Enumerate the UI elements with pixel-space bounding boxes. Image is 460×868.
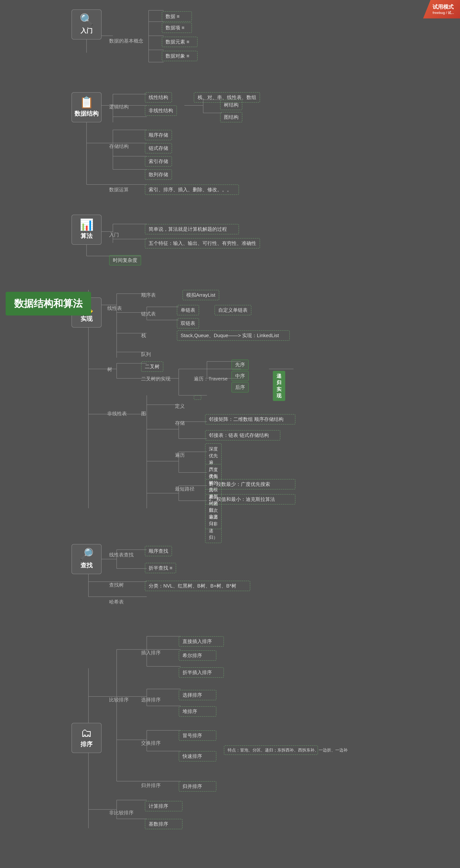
sort-merge-0: 归并排序 xyxy=(179,781,216,792)
ds-storage-label: 存储结构 xyxy=(109,143,129,150)
ds-storage-1: 链式存储 xyxy=(145,143,172,153)
intro-node-1: 数据项 ≡ xyxy=(162,23,192,33)
sort-merge-label: 归并排序 xyxy=(141,782,161,789)
impl-graph-storage-label: 存储 xyxy=(175,420,185,426)
impl-erchashu-impl-label: 二叉树的实现 xyxy=(141,376,170,382)
search-tree-label: 查找树 xyxy=(109,582,124,588)
search-linear-0: 顺序查找 xyxy=(145,546,172,556)
impl-graph-shortest-0: 1、段数最少：广度优先搜索 xyxy=(205,479,295,490)
impl-linear-label: 线性表 xyxy=(107,305,122,312)
impl-traverse-label: 遍历：Traverse xyxy=(194,376,228,382)
sort-noncompare-1: 基数排序 xyxy=(145,819,183,829)
intro-label: 入门 xyxy=(80,27,93,35)
intro-node-0: 数据 ≡ xyxy=(162,11,192,22)
algo-complexity: 时间复杂度 xyxy=(109,255,141,266)
impl-shunxu-detail: 模拟ArrayList xyxy=(183,290,219,300)
ds-storage-0: 顺序存储 xyxy=(145,130,172,140)
sort-icon: 🗂 xyxy=(81,727,92,739)
intro-node-3: 数据对象 ≡ xyxy=(162,51,198,61)
ds-linear-label: 线性结构 xyxy=(145,92,172,102)
sort-insert-0: 直接插入排序 xyxy=(179,636,224,647)
sort-label: 排序 xyxy=(80,740,93,748)
search-label: 查找 xyxy=(80,561,93,570)
search-icon: 🔍 xyxy=(79,14,94,25)
sort-icon-box: 🗂 排序 xyxy=(71,723,102,753)
ds-nonlinear-label: 非线性结构 xyxy=(145,105,177,116)
impl-graph-traverse-label: 遍历 xyxy=(175,452,185,458)
list-icon: 📋 xyxy=(79,97,94,108)
sort-select-1: 堆排序 xyxy=(179,706,216,717)
algo-intro-label: 入门 xyxy=(109,231,119,238)
impl-post-order: 后序 xyxy=(231,382,249,393)
sort-compare-label: 比较排序 xyxy=(109,696,129,703)
intro-branch-label: 数据的基本概念 xyxy=(109,38,143,44)
algo-label: 算法 xyxy=(80,232,93,240)
impl-erchashu-label: 二叉树 xyxy=(141,362,163,372)
impl-graph-shortest-label: 最短路径 xyxy=(175,486,195,492)
impl-danlian-label: 单链表 xyxy=(177,305,199,315)
sort-insert-label: 插入排序 xyxy=(141,649,161,656)
trial-sub: freebug / 试... xyxy=(432,10,454,15)
impl-shunxu-label: 顺序表 xyxy=(141,292,156,298)
impl-graph-storage-1: 邻接表：链表 链式存储结构 xyxy=(205,430,280,440)
impl-zhan-label: 栈 xyxy=(141,332,146,339)
impl-graph-storage-0: 邻接矩阵：二维数组 顺序存储结构 xyxy=(205,414,295,425)
impl-graph-label: 图 xyxy=(141,410,146,417)
impl-mid-order: 中序 xyxy=(231,371,249,381)
impl-label: 实现 xyxy=(80,315,93,323)
search-icon-box: 🔎 查找 xyxy=(71,544,102,574)
ds-storage-2: 索引存储 xyxy=(145,156,172,166)
algo-intro-0: 简单说，算法就是计算机解题的过程 xyxy=(145,224,239,235)
impl-level-traverse xyxy=(194,395,201,400)
impl-zhan-detail: Stack,Queue、Duque——> 实现：LinkedList xyxy=(177,330,290,341)
impl-nonlinear-label: 非线性表 xyxy=(107,410,127,417)
sort-noncompare-0: 计算排序 xyxy=(145,801,183,811)
impl-duilie-label: 队列 xyxy=(141,351,151,358)
search-hash-label: 哈希表 xyxy=(109,599,124,605)
algo-intro-1: 五个特征：输入、输出、可行性、有穷性、准确性 xyxy=(145,238,260,248)
page-container: 试用模式 freebug / 试... 🔍 入门 数据的基本概念 数据 ≡ 数据… xyxy=(0,0,460,868)
trial-label: 试用模式 xyxy=(432,4,454,10)
main-title: 数据结构和算法 xyxy=(6,292,91,315)
sort-swap-label: 交换排序 xyxy=(141,740,161,746)
impl-graph-def: 定义 xyxy=(175,403,185,409)
impl-danlian-detail: 自定义单链表 xyxy=(215,305,251,315)
ds-nonlinear-graph: 图结构 xyxy=(220,112,242,122)
trial-badge: 试用模式 freebug / 试... xyxy=(423,0,460,19)
search-linear-1: 折半查找 ≡ xyxy=(145,563,176,573)
impl-tree-label: 树 xyxy=(107,366,112,373)
search-tree-detail: 分类：NVL、红黑树、B树、B+树、B*树 xyxy=(145,581,250,591)
impl-graph-shortest-1: 2、权值和最小：迪克斯拉算法 xyxy=(205,494,295,504)
algo-icon-box: 📊 算法 xyxy=(71,215,102,245)
chart-icon: 📊 xyxy=(79,219,94,230)
impl-lianbiao-label: 链式表 xyxy=(141,311,156,317)
sort-select-0: 选择排序 xyxy=(179,690,216,700)
ds-ops-label: 数据运算 xyxy=(109,186,129,193)
impl-pre-order: 先序 xyxy=(231,360,249,370)
intro-node-2: 数据元素 ≡ xyxy=(162,37,198,47)
ds-icon-box: 📋 数据结构 xyxy=(71,92,102,122)
sort-swap-1: 快速排序 xyxy=(179,751,216,762)
ds-logic-label: 逻辑结构 xyxy=(109,103,129,110)
find-icon: 🔎 xyxy=(79,549,94,560)
impl-shuanglian-label: 双链表 xyxy=(177,318,199,329)
sort-noncompare-label: 非比较排序 xyxy=(109,809,134,816)
ds-storage-3: 散列存储 xyxy=(145,169,172,180)
ds-nonlinear-tree: 树结构 xyxy=(220,100,242,110)
search-linear-label: 线性表查找 xyxy=(109,552,134,558)
impl-recursive-label: 递归实现 xyxy=(273,371,285,401)
ds-label: 数据结构 xyxy=(74,110,99,118)
ds-ops-items: 索引、排序、插入、删除、修改。。。 xyxy=(145,184,239,195)
sort-swap-1-detail: 特点：冒泡、分区、递归；东拆西补、西拆东补、一边折、一边补 xyxy=(224,745,318,755)
sort-insert-1: 希尔排序 xyxy=(179,650,216,661)
sort-swap-0: 冒号排序 xyxy=(179,731,216,741)
intro-icon-box: 🔍 入门 xyxy=(71,9,102,39)
sort-select-label: 选择排序 xyxy=(141,696,161,703)
sort-insert-2: 折半插入排序 xyxy=(179,667,224,678)
